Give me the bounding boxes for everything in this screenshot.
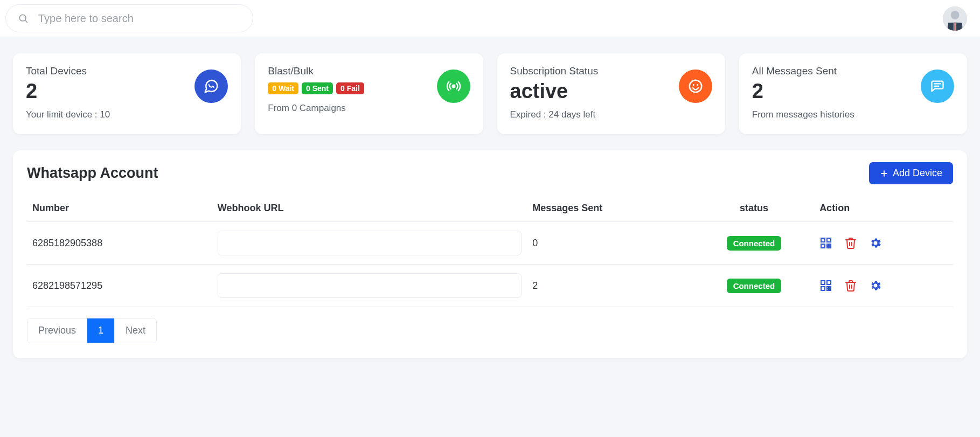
card-subtext: Your limit device : 10 [26,109,110,120]
card-subscription: Subscription Status active Expired : 24 … [497,53,725,134]
th-number: Number [27,195,212,222]
search-input[interactable] [37,12,241,25]
cell-messages: 0 [527,222,693,265]
badge-wait: 0 Wait [268,82,298,94]
pagination-next[interactable]: Next [115,318,156,343]
card-subtext: From messages histories [752,109,854,120]
pagination-page-1[interactable]: 1 [87,318,115,343]
badge-sent: 0 Sent [302,82,333,94]
webhook-input[interactable] [218,273,522,298]
search-icon [18,13,29,24]
svg-point-3 [951,11,960,19]
badge-fail: 0 Fail [336,82,364,94]
card-value: active [510,80,599,103]
svg-point-7 [452,85,455,88]
card-messages-sent: All Messages Sent 2 From messages histor… [739,53,967,134]
svg-point-8 [690,80,702,93]
message-icon [921,70,954,103]
svg-rect-23 [827,281,831,285]
card-subtext: Expired : 24 days left [510,109,599,120]
card-value: 2 [752,80,854,103]
svg-rect-16 [827,238,831,242]
svg-rect-26 [829,289,831,290]
add-device-label: Add Device [893,168,942,179]
svg-rect-18 [827,244,829,246]
trash-icon[interactable] [844,279,857,292]
broadcast-icon [437,70,470,103]
card-blast-bulk: Blast/Bulk 0 Wait 0 Sent 0 Fail From 0 C… [255,53,483,134]
cell-number: 6282198571295 [27,265,212,307]
whatsapp-account-panel: Whatsapp Account Add Device Number Webho… [13,150,967,358]
svg-rect-19 [829,246,831,248]
table-row: 6282198571295 2 Connected [27,265,953,307]
smile-icon [679,70,712,103]
card-title: Blast/Bulk [268,65,364,77]
cell-number: 6285182905388 [27,222,212,265]
svg-rect-27 [827,289,829,290]
card-total-devices: Total Devices 2 Your limit device : 10 [13,53,241,134]
devices-table: Number Webhook URL Messages Sent status … [27,195,953,307]
pagination: Previous 1 Next [27,318,157,343]
svg-rect-28 [829,287,831,288]
search-box[interactable] [5,4,253,32]
svg-rect-22 [821,281,825,285]
card-title: Subscription Status [510,65,599,77]
svg-line-1 [25,20,27,23]
plus-icon [880,169,888,178]
th-action: Action [814,195,953,222]
card-value: 2 [26,80,110,103]
svg-point-10 [697,84,698,86]
qr-icon[interactable] [819,237,832,249]
badge-row: 0 Wait 0 Sent 0 Fail [268,82,364,94]
card-title: All Messages Sent [752,65,854,77]
add-device-button[interactable]: Add Device [869,162,953,184]
svg-rect-15 [821,238,825,242]
top-bar [0,0,980,37]
gear-icon[interactable] [869,237,882,249]
gear-icon[interactable] [869,279,882,292]
stat-cards-row: Total Devices 2 Your limit device : 10 B… [0,37,980,150]
svg-rect-24 [821,287,825,290]
th-status: status [694,195,814,222]
svg-rect-21 [829,244,831,246]
qr-icon[interactable] [819,279,832,292]
card-title: Total Devices [26,65,110,77]
status-badge: Connected [727,279,782,293]
pagination-prev[interactable]: Previous [27,318,87,343]
panel-title: Whatsapp Account [27,165,158,182]
cell-messages: 2 [527,265,693,307]
svg-rect-25 [827,287,829,288]
svg-rect-6 [955,23,956,31]
status-badge: Connected [727,236,782,251]
th-webhook: Webhook URL [212,195,527,222]
whatsapp-icon [194,70,228,103]
card-subtext: From 0 Campaigns [268,103,364,114]
table-row: 6285182905388 0 Connected [27,222,953,265]
avatar[interactable] [943,6,967,31]
svg-point-9 [693,84,694,86]
th-messages: Messages Sent [527,195,693,222]
svg-rect-20 [827,246,829,248]
svg-rect-17 [821,244,825,248]
trash-icon[interactable] [844,237,857,249]
webhook-input[interactable] [218,231,522,255]
